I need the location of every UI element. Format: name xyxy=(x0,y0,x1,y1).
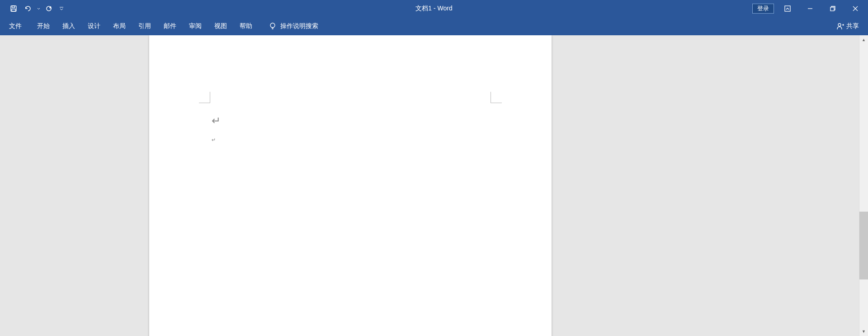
login-label: 登录 xyxy=(757,5,769,13)
chevron-down-icon xyxy=(37,8,40,10)
minimize-icon xyxy=(807,5,813,12)
doc-name: 文档1 xyxy=(415,5,432,12)
redo-button[interactable] xyxy=(42,2,55,15)
qat-dropdown-undo[interactable] xyxy=(36,2,41,15)
chevron-down-icon: ▼ xyxy=(862,329,866,334)
svg-rect-1 xyxy=(12,6,15,8)
share-icon xyxy=(836,22,844,30)
qat-customize-button[interactable] xyxy=(57,2,66,15)
share-button[interactable]: 共享 xyxy=(834,20,862,33)
title-bar: 文档1 - Word 登录 xyxy=(0,0,868,17)
save-icon xyxy=(10,5,17,12)
scroll-down-button[interactable]: ▼ xyxy=(859,327,868,336)
tell-me-search[interactable]: 操作说明搜索 xyxy=(266,17,321,35)
tab-file[interactable]: 文件 xyxy=(3,17,28,35)
document-title: 文档1 - Word xyxy=(415,5,452,13)
scroll-thumb[interactable] xyxy=(859,212,868,279)
lightbulb-icon xyxy=(269,22,277,30)
close-icon xyxy=(852,5,859,12)
paragraph-mark-icon: ↵ xyxy=(212,137,216,143)
svg-point-12 xyxy=(838,24,841,26)
ribbon-tabs: 文件 开始 插入 设计 布局 引用 邮件 审阅 视图 帮助 操作说明搜索 共享 xyxy=(0,17,868,35)
margin-marker-top-left xyxy=(199,92,210,103)
tab-home[interactable]: 开始 xyxy=(31,17,56,35)
chevron-up-icon: ▲ xyxy=(862,38,866,42)
restore-button[interactable] xyxy=(824,2,842,15)
tab-review[interactable]: 审阅 xyxy=(183,17,208,35)
paragraph-mark-icon: ↵ xyxy=(212,114,221,127)
tab-references[interactable]: 引用 xyxy=(132,17,157,35)
window-controls: 登录 xyxy=(752,0,868,17)
undo-icon xyxy=(24,5,32,12)
margin-marker-top-right xyxy=(491,92,502,103)
redo-icon xyxy=(45,5,52,12)
tab-design[interactable]: 设计 xyxy=(81,17,107,35)
save-button[interactable] xyxy=(7,2,20,15)
title-separator: - xyxy=(432,5,437,12)
restore-icon xyxy=(830,5,836,12)
tab-mailings[interactable]: 邮件 xyxy=(157,17,183,35)
app-name: Word xyxy=(438,5,453,12)
document-area[interactable]: ↵ ↵ xyxy=(0,35,859,336)
tab-view[interactable]: 视图 xyxy=(208,17,233,35)
tab-insert[interactable]: 插入 xyxy=(56,17,81,35)
login-button[interactable]: 登录 xyxy=(752,4,774,14)
svg-rect-4 xyxy=(785,6,790,11)
scroll-track[interactable] xyxy=(859,44,868,327)
minimize-button[interactable] xyxy=(801,2,819,15)
scroll-up-button[interactable]: ▲ xyxy=(859,35,868,44)
undo-button[interactable] xyxy=(22,2,34,15)
ribbon-display-icon xyxy=(784,5,791,12)
svg-rect-2 xyxy=(12,9,15,11)
svg-rect-6 xyxy=(830,7,834,11)
quick-access-toolbar xyxy=(0,0,66,17)
vertical-scrollbar[interactable]: ▲ ▼ xyxy=(859,35,868,336)
tab-layout[interactable]: 布局 xyxy=(107,17,132,35)
customize-icon xyxy=(59,6,64,11)
svg-point-9 xyxy=(270,23,275,28)
ribbon-display-button[interactable] xyxy=(778,2,797,15)
close-button[interactable] xyxy=(846,2,864,15)
share-label: 共享 xyxy=(846,22,859,30)
tab-help[interactable]: 帮助 xyxy=(233,17,259,35)
tell-me-label: 操作说明搜索 xyxy=(280,22,318,30)
document-page[interactable]: ↵ ↵ xyxy=(149,35,552,336)
